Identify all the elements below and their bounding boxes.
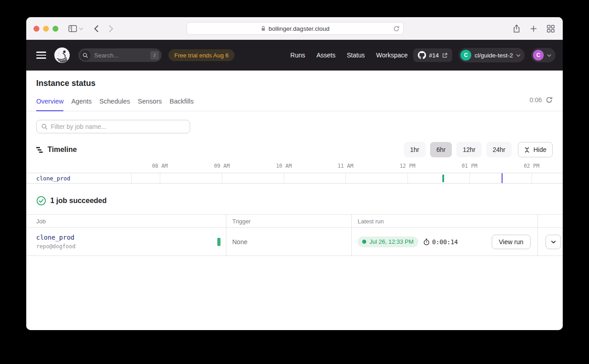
run-history-bar[interactable] bbox=[217, 238, 220, 246]
zoom-window-button[interactable] bbox=[53, 26, 58, 32]
timeline-header: Timeline 1hr 6hr 12hr 24hr Hide bbox=[26, 142, 563, 157]
chevron-down-icon bbox=[516, 54, 521, 57]
trial-badge[interactable]: Free trial ends Aug 6 bbox=[168, 49, 235, 61]
menu-icon[interactable] bbox=[36, 52, 46, 59]
actions-cell bbox=[538, 228, 563, 255]
tab-overview-icon[interactable] bbox=[547, 25, 555, 33]
chevron-down-icon bbox=[547, 54, 551, 57]
global-search-input[interactable]: Search... / bbox=[78, 48, 162, 62]
success-dot-icon bbox=[362, 240, 366, 244]
refresh-countdown: 0:06 bbox=[530, 96, 542, 104]
reload-icon[interactable] bbox=[393, 25, 400, 33]
sidebar-chevron-down-icon[interactable] bbox=[79, 27, 83, 30]
minimize-window-button[interactable] bbox=[43, 26, 49, 32]
nav-link-workspace[interactable]: Workspace bbox=[376, 52, 408, 59]
column-header-job: Job bbox=[26, 215, 226, 227]
tab-schedules[interactable]: Schedules bbox=[100, 98, 130, 111]
refresh-icon[interactable] bbox=[546, 96, 553, 104]
tab-overview[interactable]: Overview bbox=[36, 98, 63, 111]
share-icon[interactable] bbox=[513, 24, 520, 33]
column-header-actions bbox=[538, 215, 563, 227]
job-location: repo@dogfood bbox=[36, 243, 217, 250]
nav-link-runs[interactable]: Runs bbox=[290, 52, 305, 59]
job-name-link[interactable]: clone_prod bbox=[36, 234, 217, 241]
timeline-title: Timeline bbox=[48, 146, 77, 154]
axis-tick-label: 08 AM bbox=[145, 163, 174, 169]
page-content: Instance status Overview Agents Schedule… bbox=[26, 71, 563, 330]
timeline-job-label[interactable]: clone_prod bbox=[36, 175, 70, 182]
axis-tick-label: 11 AM bbox=[331, 163, 360, 169]
trigger-cell: None bbox=[226, 228, 352, 255]
axis-tick-label: 09 AM bbox=[207, 163, 236, 169]
run-duration: 0:00:14 bbox=[432, 238, 458, 246]
run-timeline-chart: 08 AM 09 AM 10 AM 11 AM 12 PM 01 PM 02 P… bbox=[26, 159, 563, 184]
stopwatch-icon bbox=[423, 238, 430, 246]
job-filter-input[interactable] bbox=[51, 123, 185, 130]
timeline-axis: 08 AM 09 AM 10 AM 11 AM 12 PM 01 PM 02 P… bbox=[26, 159, 563, 173]
hide-label: Hide bbox=[533, 146, 546, 153]
chevron-down-icon bbox=[551, 240, 556, 244]
timeline-label-divider bbox=[131, 173, 132, 183]
address-bar[interactable]: bollinger.dagster.cloud bbox=[187, 22, 404, 35]
page-title: Instance status bbox=[26, 71, 563, 88]
user-menu[interactable]: C bbox=[531, 48, 555, 62]
dagster-logo[interactable] bbox=[54, 47, 70, 63]
succeeded-run-marker[interactable] bbox=[442, 175, 444, 182]
hide-timeline-button[interactable]: Hide bbox=[518, 142, 553, 157]
tab-backfills[interactable]: Backfills bbox=[170, 98, 194, 111]
range-button-6hr[interactable]: 6hr bbox=[430, 142, 452, 157]
back-button[interactable] bbox=[94, 25, 99, 33]
range-button-12hr[interactable]: 12hr bbox=[456, 142, 482, 157]
check-circle-icon bbox=[36, 196, 46, 206]
job-summary-text: 1 job succeeded bbox=[50, 197, 107, 205]
job-cell: clone_prod repo@dogfood bbox=[26, 228, 226, 255]
app-navbar: Search... / Free trial ends Aug 6 Runs A… bbox=[26, 40, 563, 71]
github-version-label: #14 bbox=[429, 52, 439, 59]
close-window-button[interactable] bbox=[34, 26, 39, 32]
table-header: Job Trigger Latest run bbox=[26, 215, 563, 228]
search-placeholder: Search... bbox=[94, 52, 147, 59]
view-run-button[interactable]: View run bbox=[492, 235, 531, 249]
timeline-icon bbox=[36, 147, 43, 153]
github-icon bbox=[418, 51, 426, 59]
search-icon bbox=[80, 50, 91, 61]
window-controls bbox=[34, 26, 58, 32]
lock-icon bbox=[261, 25, 266, 32]
run-start-time: Jul 26, 12:33 PM bbox=[369, 238, 414, 245]
external-link-icon bbox=[442, 52, 448, 58]
collapse-icon bbox=[524, 147, 530, 153]
github-version-button[interactable]: #14 bbox=[413, 48, 453, 62]
sidebar-icon[interactable] bbox=[68, 25, 77, 33]
deployment-switcher[interactable]: C cl/guide-test-2 bbox=[459, 48, 525, 62]
axis-tick-label: 01 PM bbox=[455, 163, 484, 169]
browser-toolbar: bollinger.dagster.cloud bbox=[26, 17, 563, 40]
tab-agents[interactable]: Agents bbox=[71, 98, 91, 111]
range-button-1hr[interactable]: 1hr bbox=[404, 142, 426, 157]
axis-tick-label: 02 PM bbox=[517, 163, 546, 169]
job-filter-field bbox=[36, 120, 190, 133]
tabs: Overview Agents Schedules Sensors Backfi… bbox=[26, 98, 563, 111]
nav-link-assets[interactable]: Assets bbox=[316, 52, 335, 59]
trigger-value: None bbox=[232, 238, 247, 246]
nav-links: Runs Assets Status Workspace bbox=[290, 52, 407, 59]
deployment-avatar: C bbox=[460, 50, 471, 61]
new-tab-icon[interactable] bbox=[530, 25, 537, 32]
timeline-row: clone_prod bbox=[26, 173, 563, 184]
current-time-line bbox=[502, 173, 503, 183]
user-avatar: C bbox=[533, 50, 544, 61]
range-button-24hr[interactable]: 24hr bbox=[486, 142, 512, 157]
latest-run-cell: Jul 26, 12:33 PM 0:00:14 View run bbox=[352, 228, 538, 255]
axis-tick-label: 12 PM bbox=[393, 163, 422, 169]
row-expand-button[interactable] bbox=[546, 235, 561, 249]
column-header-trigger: Trigger bbox=[226, 215, 352, 227]
nav-link-status[interactable]: Status bbox=[347, 52, 365, 59]
run-time-badge[interactable]: Jul 26, 12:33 PM bbox=[358, 236, 418, 247]
table-row: clone_prod repo@dogfood None Jul 26, 12:… bbox=[26, 228, 563, 256]
search-icon bbox=[41, 123, 48, 130]
tab-sensors[interactable]: Sensors bbox=[138, 98, 162, 111]
browser-window: bollinger.dagster.cloud bbox=[26, 17, 563, 330]
axis-tick-label: 10 AM bbox=[269, 163, 298, 169]
forward-button[interactable] bbox=[109, 25, 113, 33]
url-text: bollinger.dagster.cloud bbox=[268, 25, 329, 32]
column-header-latest-run: Latest run bbox=[352, 215, 538, 227]
